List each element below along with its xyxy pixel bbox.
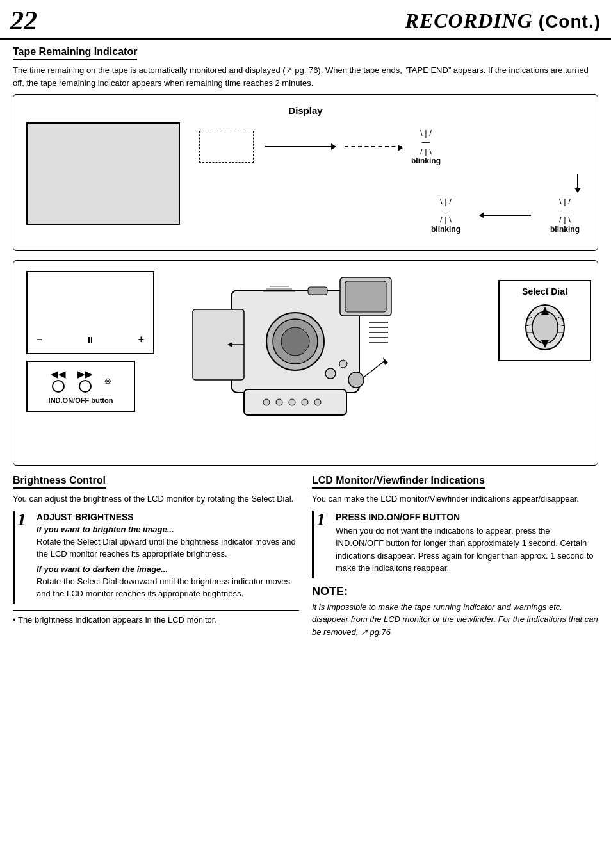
svg-point-9: [289, 399, 295, 405]
tape-remaining-title: Tape Remaining Indicator: [13, 46, 137, 60]
camera-diagram: – II + ◀◀: [13, 260, 598, 466]
select-dial-label: Select Dial: [506, 286, 583, 297]
svg-point-8: [276, 399, 282, 405]
blink-symbol-bottom-left: \ | / ― / | \ blinking: [431, 197, 460, 234]
diagram-bottom-row: \ | / ― / | \ blinking \ | / ―: [199, 197, 585, 234]
svg-rect-2: [345, 281, 386, 312]
down-arrow-area: [199, 174, 585, 192]
adjust-brightness-title: ADJUST BRIGHTNESS: [37, 512, 299, 522]
brightness-intro: You can adjust the brightness of the LCD…: [13, 493, 299, 505]
press-ind-body: When you do not want the indications to …: [336, 525, 598, 575]
display-diagram: Display: [13, 94, 598, 251]
ind-button-icon: ⎈: [104, 374, 111, 388]
blinking-label-1: blinking: [411, 156, 441, 165]
diagram-arrows-area: \ | / ― / | \ blinking: [180, 122, 585, 238]
brightness-col: Brightness Control You can adjust the br…: [13, 475, 299, 638]
rewind-icon: ◀◀: [51, 368, 66, 393]
note-body: It is impossible to make the tape runnin…: [312, 601, 598, 639]
ind-box: ◀◀ ▶▶ ⎈: [26, 361, 135, 412]
darken-subtitle: If you want to darken the image...: [37, 564, 299, 574]
svg-point-24: [325, 368, 336, 379]
svg-rect-23: [308, 287, 327, 295]
svg-point-10: [302, 399, 308, 405]
diagram-row: \ | / ― / | \ blinking: [26, 122, 585, 238]
svg-point-25: [339, 360, 347, 368]
page-number: 22: [10, 5, 37, 36]
svg-line-27: [364, 361, 385, 377]
camera-area: – II + ◀◀: [26, 271, 585, 452]
brighten-subtitle: If you want to brighten the image...: [37, 525, 299, 534]
bottom-two-col: Brightness Control You can adjust the br…: [13, 475, 598, 638]
lcd-plus: +: [138, 334, 144, 345]
ind-icons: ◀◀ ▶▶ ⎈: [35, 368, 126, 393]
fastforward-icon: ▶▶: [77, 368, 93, 393]
note-title: NOTE:: [312, 585, 598, 598]
svg-point-11: [314, 399, 321, 405]
left-panel: – II + ◀◀: [26, 271, 161, 412]
page-title: RECORDING (Cont.): [405, 9, 601, 33]
svg-point-30: [532, 311, 558, 343]
note-box: NOTE: It is impossible to make the tape …: [312, 585, 598, 639]
press-ind-title: PRESS IND.ON/OFF BUTTON: [336, 512, 598, 522]
solid-arrow-1: [265, 146, 336, 147]
lcd-step-1: 1 PRESS IND.ON/OFF BUTTON When you do no…: [312, 511, 598, 578]
lcd-display-box: [26, 122, 180, 225]
blinking-label-2: blinking: [431, 225, 460, 234]
lcd-title: LCD Monitor/Viewfinder Indications: [312, 475, 485, 489]
brighten-body: Rotate the Select Dial upward until the …: [37, 536, 299, 561]
ind-label: IND.ON/OFF button: [35, 397, 126, 404]
camera-illustration: [167, 271, 411, 450]
darken-body: Rotate the Select Dial downward until th…: [37, 575, 299, 600]
lcd-panel-box: – II +: [26, 271, 154, 354]
select-dial-box: Select Dial: [498, 280, 591, 361]
lcd-col: LCD Monitor/Viewfinder Indications You c…: [312, 475, 598, 638]
brightness-title: Brightness Control: [13, 475, 106, 489]
svg-point-7: [263, 399, 270, 405]
page-header: 22 RECORDING (Cont.): [0, 0, 611, 40]
diagram-top-row: \ | / ― / | \ blinking: [199, 129, 585, 165]
tape-remaining-body: The time remaining on the tape is automa…: [13, 64, 598, 89]
display-label: Display: [26, 105, 585, 116]
blink-symbol-bottom-right: \ | / ― / | \ blinking: [550, 197, 580, 234]
dashed-rect: [199, 131, 254, 163]
brightness-bullet: The brightness indication appears in the…: [13, 610, 299, 626]
left-arrow: [480, 215, 531, 216]
select-dial-svg: [513, 302, 577, 353]
blink-symbol-top: \ | / ― / | \ blinking: [411, 129, 441, 165]
tape-remaining-section: Tape Remaining Indicator The time remain…: [13, 46, 598, 466]
main-content: Tape Remaining Indicator The time remain…: [0, 40, 611, 644]
svg-point-26: [348, 372, 364, 388]
brightness-step-1: 1 ADJUST BRIGHTNESS If you want to brigh…: [13, 511, 299, 604]
svg-point-5: [281, 327, 309, 356]
dashed-arrow-1: [345, 146, 402, 147]
blinking-label-3: blinking: [550, 225, 580, 234]
lcd-minus: –: [37, 334, 42, 345]
lcd-pause: II: [88, 335, 93, 345]
lcd-intro: You can make the LCD monitor/Viewfinder …: [312, 493, 598, 505]
